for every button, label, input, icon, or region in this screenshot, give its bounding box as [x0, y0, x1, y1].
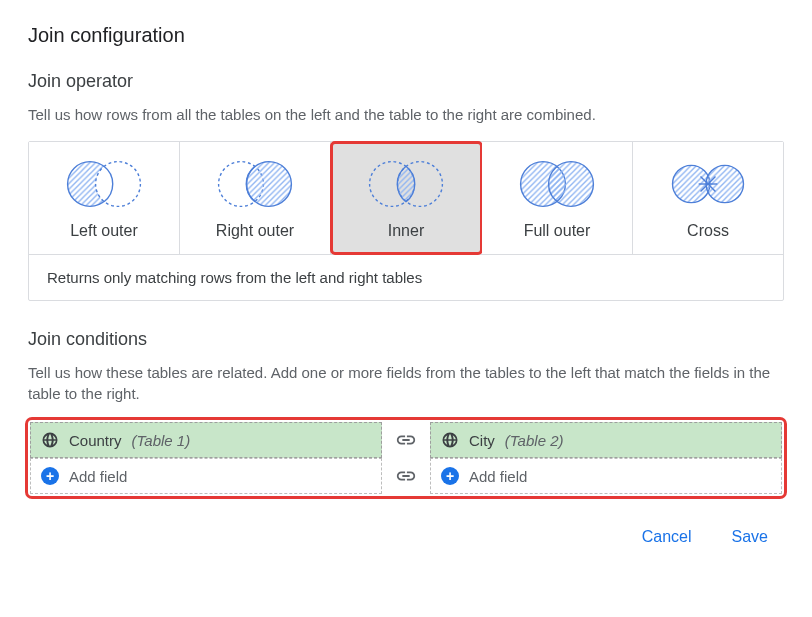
operator-description: Tell us how rows from all the tables on …	[28, 104, 784, 125]
plus-icon: +	[441, 467, 459, 485]
operator-label: Full outer	[524, 222, 591, 240]
selected-operator-description: Returns only matching rows from the left…	[29, 254, 783, 300]
link-icon	[382, 458, 430, 494]
plus-icon: +	[41, 467, 59, 485]
operator-full-outer[interactable]: Full outer	[482, 142, 633, 254]
cancel-button[interactable]: Cancel	[638, 520, 696, 554]
section-heading-conditions: Join conditions	[28, 329, 784, 350]
globe-icon	[41, 431, 59, 449]
field-name: Country	[69, 432, 122, 449]
link-icon	[382, 422, 430, 458]
conditions-description: Tell us how these tables are related. Ad…	[28, 362, 784, 404]
operator-left-outer[interactable]: Left outer	[29, 142, 180, 254]
operator-label: Inner	[388, 222, 424, 240]
condition-right-field[interactable]: City (Table 2)	[430, 422, 782, 458]
dialog-title: Join configuration	[28, 24, 784, 47]
operator-label: Left outer	[70, 222, 138, 240]
globe-icon	[441, 431, 459, 449]
dialog-actions: Cancel Save	[28, 520, 784, 554]
operator-inner[interactable]: Inner	[331, 142, 482, 254]
operator-label: Cross	[687, 222, 729, 240]
svg-point-1	[96, 162, 141, 207]
section-heading-operator: Join operator	[28, 71, 784, 92]
operator-label: Right outer	[216, 222, 294, 240]
save-button[interactable]: Save	[728, 520, 772, 554]
add-right-field[interactable]: + Add field	[430, 458, 782, 494]
table-name: (Table 2)	[505, 432, 564, 449]
add-field-label: Add field	[469, 468, 527, 485]
svg-point-7	[549, 162, 594, 207]
add-field-label: Add field	[69, 468, 127, 485]
join-conditions-panel: Country (Table 1) City (Table 2) + Add f…	[28, 420, 784, 496]
add-left-field[interactable]: + Add field	[30, 458, 382, 494]
operator-selector: Left outer Right outer Inner Full oute	[28, 141, 784, 301]
operator-right-outer[interactable]: Right outer	[180, 142, 331, 254]
condition-left-field[interactable]: Country (Table 1)	[30, 422, 382, 458]
field-name: City	[469, 432, 495, 449]
operator-cross[interactable]: Cross	[633, 142, 783, 254]
table-name: (Table 1)	[132, 432, 191, 449]
